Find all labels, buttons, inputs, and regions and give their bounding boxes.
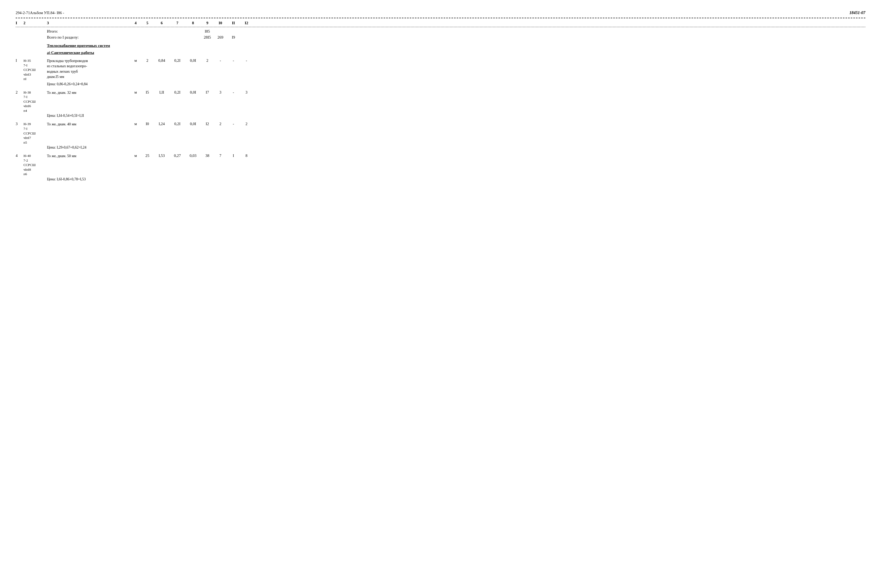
row-unit: м	[131, 58, 141, 63]
row-col10: 3	[214, 90, 227, 94]
row-col11: -	[227, 122, 240, 126]
row-col12: 8	[240, 153, 253, 158]
col-header-3: 3	[47, 21, 131, 25]
table-row: 3 I6-397-IССРСШчIпI7п5 То же, диам. 40 м…	[16, 121, 865, 145]
vsego-col11: I9	[227, 35, 240, 40]
row-col9: I2	[201, 122, 214, 126]
album-title: Альбом УП.84	[30, 10, 54, 15]
row-col6: I,53	[154, 153, 170, 158]
row-col12: 3	[240, 90, 253, 94]
row-desc: То же, диам. 32 мм	[47, 90, 131, 95]
itogo-col9: I85	[201, 29, 214, 34]
header-divider	[16, 18, 865, 18]
row-code: I6-357-IССРСШчIпI3пI	[24, 58, 47, 81]
row-num: 4	[16, 153, 24, 158]
page-header: 294-2-71 Альбом УП.84 - I86 - 18451-07	[16, 10, 865, 16]
column-headers: I 2 3 4 5 6 7 8 9 I0 II I2	[16, 19, 865, 27]
col-header-2: 2	[24, 21, 47, 25]
row-desc: Прокладка трубопроводов из стальных водо…	[47, 58, 131, 80]
price-label: Цена: I,6I-0,86+0,78=I,53	[47, 177, 131, 182]
row-col9: I7	[201, 90, 214, 94]
row-code: I6-387-IССРСШчIпI6п4	[24, 90, 47, 113]
row-col5: 25	[141, 153, 154, 158]
data-row-group-4: 4 I6-407-2ССРСШчIпI8п6 То же, диам. 50 м…	[16, 153, 865, 182]
row-col7: 0,2I	[170, 122, 185, 126]
row-col8: 0,0I	[185, 90, 201, 94]
row-col8: 0,0I	[185, 122, 201, 126]
row-col9: 2	[201, 58, 214, 63]
row-num: 3	[16, 122, 24, 126]
price-row-4: Цена: I,6I-0,86+0,78=I,53	[16, 177, 865, 182]
price-row-1: Цена: 0,86-0,26+0,24=0,84	[16, 82, 865, 87]
price-row-3: Цена: I,29-0,67+0,62=I,24	[16, 145, 865, 150]
row-col7: 0,2I	[170, 90, 185, 94]
row-unit: м	[131, 122, 141, 126]
row-col6: I,24	[154, 122, 170, 126]
price-label: Цена: I,29-0,67+0,62=I,24	[47, 146, 131, 150]
row-col7: 0,27	[170, 153, 185, 158]
doc-id: 294-2-71	[16, 10, 30, 15]
row-col8: 0,03	[185, 153, 201, 158]
col-header-1: I	[16, 21, 24, 25]
table-row: 2 I6-387-IССРСШчIпI6п4 То же, диам. 32 м…	[16, 90, 865, 114]
row-col11: -	[227, 58, 240, 63]
row-code: I6-407-2ССРСШчIпI8п6	[24, 153, 47, 177]
col-header-10: I0	[214, 21, 227, 25]
col-header-11: II	[227, 21, 240, 25]
row-col12: -	[240, 58, 253, 63]
col-header-8: 8	[185, 21, 201, 25]
row-col6: I,II	[154, 90, 170, 94]
row-code: I6-397-IССРСШчIпI7п5	[24, 122, 47, 145]
sub-heading-row: а) Сантехнические работы	[16, 50, 865, 56]
table-row: I I6-357-IССРСШчIпI3пI Прокладка трубопр…	[16, 58, 865, 82]
row-col5: 2	[141, 58, 154, 63]
data-row-group-2: 2 I6-387-IССРСШчIпI6п4 То же, диам. 32 м…	[16, 90, 865, 118]
col-header-4: 4	[131, 21, 141, 25]
col-header-9: 9	[201, 21, 214, 25]
data-row-group-1: I I6-357-IССРСШчIпI3пI Прокладка трубопр…	[16, 58, 865, 87]
row-col6: 0,84	[154, 58, 170, 63]
vsego-row: Всего по I разделу: 28I5 269 I9	[16, 34, 865, 40]
price-label: Цена: 0,86-0,26+0,24=0,84	[47, 82, 131, 86]
col-header-5: 5	[141, 21, 154, 25]
col-header-6: 6	[154, 21, 170, 25]
price-label: Цена: I,I4-0,54+0,5I=I,II	[47, 114, 131, 118]
page-center: - I86 -	[54, 10, 64, 15]
row-col10: -	[214, 58, 227, 63]
section-heading: Теплоснабжение приточных систем	[47, 44, 110, 48]
row-desc: То же, диам. 40 мм	[47, 122, 131, 127]
itogo-row: Итого: I85	[16, 28, 865, 34]
row-col7: 0,2I	[170, 58, 185, 63]
row-col9: 38	[201, 153, 214, 158]
row-desc: То же, диам. 50 мм	[47, 153, 131, 159]
row-col11: I	[227, 153, 240, 158]
itogo-label: Итого:	[47, 29, 131, 34]
data-row-group-3: 3 I6-397-IССРСШчIпI7п5 То же, диам. 40 м…	[16, 121, 865, 150]
row-num: 2	[16, 90, 24, 94]
table-body: Итого: I85 Всего по I разделу: 28I5 269 …	[16, 28, 865, 182]
row-col8: 0,0I	[185, 58, 201, 63]
doc-number: 18451-07	[849, 10, 865, 15]
col-header-7: 7	[170, 21, 185, 25]
row-col11: -	[227, 90, 240, 94]
col-header-12: I2	[240, 21, 253, 25]
vsego-col9: 28I5	[201, 35, 214, 40]
section-heading-row: Теплоснабжение приточных систем	[16, 43, 865, 49]
row-col10: 7	[214, 153, 227, 158]
vsego-label: Всего по I разделу:	[47, 35, 131, 40]
vsego-col10: 269	[214, 35, 227, 40]
row-col5: I0	[141, 122, 154, 126]
table-row: 4 I6-407-2ССРСШчIпI8п6 То же, диам. 50 м…	[16, 153, 865, 177]
row-num: I	[16, 58, 24, 63]
price-row-2: Цена: I,I4-0,54+0,5I=I,II	[16, 113, 865, 118]
row-col5: I5	[141, 90, 154, 94]
row-col10: 2	[214, 122, 227, 126]
sub-heading: а) Сантехнические работы	[47, 51, 94, 55]
row-unit: м	[131, 153, 141, 158]
row-unit: м	[131, 90, 141, 94]
row-col12: 2	[240, 122, 253, 126]
